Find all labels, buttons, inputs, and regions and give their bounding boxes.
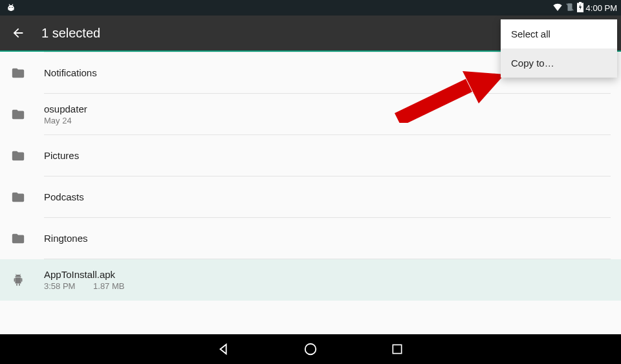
svg-point-18 [305, 344, 316, 355]
list-item[interactable]: Pictures [0, 135, 621, 177]
navigation-bar [0, 334, 621, 364]
svg-point-3 [12, 6, 13, 8]
selection-count-title: 1 selected [41, 26, 100, 41]
nav-home-button[interactable] [303, 341, 318, 357]
svg-point-2 [9, 6, 10, 8]
folder-icon [10, 65, 26, 81]
android-head-icon [5, 1, 17, 15]
svg-rect-11 [21, 278, 23, 282]
file-size: 1.87 MB [93, 281, 124, 291]
file-name: Ringtones [44, 233, 88, 244]
file-time: 3:58 PM [44, 281, 75, 291]
svg-line-15 [19, 274, 20, 275]
svg-rect-9 [15, 277, 21, 283]
svg-rect-1 [8, 7, 14, 10]
list-item-selected[interactable]: AppToInstall.apk 3:58 PM 1.87 MB [0, 259, 621, 301]
svg-line-4 [9, 4, 10, 5]
folder-icon [10, 231, 26, 246]
list-item[interactable]: Ringtones [0, 218, 621, 259]
svg-rect-19 [393, 345, 401, 353]
list-item[interactable]: osupdater May 24 [0, 94, 621, 135]
svg-rect-12 [16, 284, 17, 286]
file-list: Notifications osupdater May 24 Pictures [0, 52, 621, 301]
file-name: osupdater [44, 103, 87, 114]
status-time: 4:00 PM [586, 3, 617, 13]
menu-select-all[interactable]: Select all [501, 19, 617, 48]
file-name: Podcasts [44, 191, 84, 202]
svg-line-14 [16, 274, 16, 275]
wifi-icon [552, 2, 563, 14]
svg-rect-13 [19, 284, 20, 286]
folder-icon [10, 148, 26, 164]
back-button[interactable] [10, 25, 26, 41]
battery-charging-icon [577, 2, 583, 14]
status-bar: 4:00 PM [0, 0, 621, 16]
folder-icon [10, 189, 26, 205]
file-name: Notifications [44, 67, 97, 78]
svg-rect-10 [14, 278, 16, 282]
file-name: Pictures [44, 150, 79, 161]
svg-line-5 [12, 4, 14, 5]
list-item[interactable]: Podcasts [0, 177, 621, 218]
overflow-menu: Select all Copy to… [501, 19, 617, 78]
svg-rect-8 [579, 2, 582, 3]
file-name: AppToInstall.apk [44, 269, 124, 280]
android-app-icon [10, 272, 26, 288]
menu-copy-to[interactable]: Copy to… [501, 48, 617, 78]
folder-icon [10, 107, 26, 122]
nav-back-button[interactable] [216, 341, 232, 357]
nav-recents-button[interactable] [389, 341, 405, 357]
no-sim-icon [565, 3, 574, 14]
file-time: May 24 [44, 116, 72, 125]
